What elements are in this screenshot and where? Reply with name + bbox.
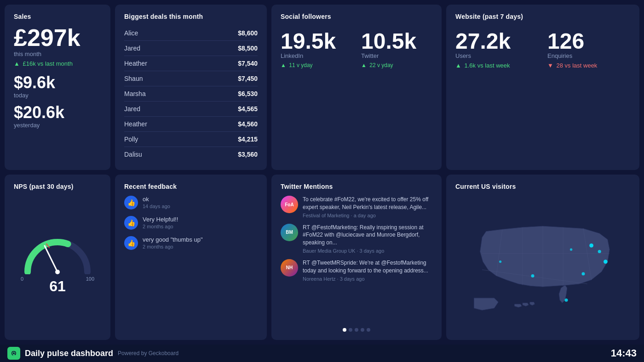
linkedin-value: 19.5k <box>281 30 352 52</box>
deal-name: Marsha <box>124 90 146 97</box>
tweet-meta: Noreena Hertz · 3 days ago <box>303 276 432 282</box>
deal-amount: $6,530 <box>238 90 258 97</box>
us-map-container <box>455 196 630 332</box>
linkedin-metric: 19.5k LinkedIn ▲ 11 v yday <box>281 30 352 68</box>
deal-name: Shaun <box>124 75 143 82</box>
deal-item: Jared$4,565 <box>124 102 258 117</box>
sales-yesterday-value: $20.6k <box>14 104 101 121</box>
twitter-change: ▲ 22 v yday <box>361 62 432 68</box>
svg-point-13 <box>581 272 585 275</box>
gauge-max: 100 <box>86 276 94 282</box>
linkedin-platform: LinkedIn <box>281 52 352 59</box>
linkedin-up-icon: ▲ <box>281 62 286 68</box>
gauge-svg <box>21 233 94 274</box>
tweet-avatar: BM <box>281 224 298 241</box>
enquiries-label: Enquiries <box>547 52 630 59</box>
feedback-text: ok <box>143 196 170 203</box>
deals-title: Biggest deals this month <box>124 13 258 20</box>
feedback-card: Recent feedback 👍 ok 14 days ago 👍 Very … <box>115 175 267 340</box>
deal-item: Heather$4,560 <box>124 117 258 132</box>
deals-list: Alice$8,600Jared$8,500Heather$7,540Shaun… <box>124 26 258 162</box>
feedback-time: 2 months ago <box>143 244 203 249</box>
twitter-value: 10.5k <box>361 30 432 52</box>
tweet-list: FoA To celebrate #FoM22, we're excited t… <box>281 196 432 325</box>
tweet-text: RT @TweetMRSpride: We're at @FestofMarke… <box>303 259 432 275</box>
pagination-dot[interactable] <box>361 328 364 332</box>
thumbs-up-icon: 👍 <box>124 216 138 230</box>
tweet-item: NH RT @TweetMRSpride: We're at @FestofMa… <box>281 259 432 282</box>
thumbs-up-icon: 👍 <box>124 236 138 250</box>
gauge-min: 0 <box>21 276 23 282</box>
tweet-avatar: FoA <box>281 196 298 213</box>
deal-item: Alice$8,600 <box>124 26 258 41</box>
deal-amount: $3,560 <box>238 151 258 158</box>
footer-time: 14:43 <box>611 347 637 359</box>
sales-title: Sales <box>14 13 101 20</box>
deal-item: Heather$7,540 <box>124 56 258 71</box>
deal-amount: $4,565 <box>238 105 258 113</box>
social-card: Social followers 19.5k LinkedIn ▲ 11 v y… <box>271 5 442 170</box>
deal-name: Jared <box>124 105 140 113</box>
svg-point-17 <box>565 299 568 302</box>
pagination-dot[interactable] <box>367 328 370 332</box>
thumbs-up-icon: 👍 <box>124 196 138 209</box>
tweet-text: RT @FestofMarketing: Really inspiring se… <box>303 224 432 247</box>
logo-icon <box>10 349 18 357</box>
deal-amount: $8,500 <box>238 45 258 52</box>
feedback-text: very good "thumbs up" <box>143 236 203 243</box>
feedback-item: 👍 very good "thumbs up" 2 months ago <box>124 236 258 250</box>
deal-item: Dalisu$3,560 <box>124 147 258 162</box>
website-card: Website (past 7 days) 27.2k Users ▲ 1.6k… <box>446 5 639 170</box>
sales-today-label: today <box>14 92 101 99</box>
tweet-avatar: NH <box>281 259 298 277</box>
social-title: Social followers <box>281 13 432 20</box>
sales-today-value: $9.6k <box>14 74 101 91</box>
tweet-content: RT @FestofMarketing: Really inspiring se… <box>303 224 432 254</box>
users-change: ▲ 1.6k vs last week <box>455 62 538 69</box>
nps-title: NPS (past 30 days) <box>14 183 101 190</box>
linkedin-change: ▲ 11 v yday <box>281 62 352 68</box>
tweet-content: RT @TweetMRSpride: We're at @FestofMarke… <box>303 259 432 282</box>
sales-vs-last-month: ▲ £16k vs last month <box>14 60 101 67</box>
deal-amount: $7,540 <box>238 60 258 67</box>
users-value: 27.2k <box>455 30 538 52</box>
sales-yesterday-label: yesterday <box>14 122 101 129</box>
twitter-mentions-card: Twitter Mentions FoA To celebrate #FoM22… <box>271 175 442 340</box>
enquiries-metric: 126 Enquiries ▼ 28 vs last week <box>547 30 630 69</box>
twitter-up-icon: ▲ <box>361 62 367 68</box>
deal-item: Polly$4,215 <box>124 132 258 147</box>
tweet-content: To celebrate #FoM22, we're excited to of… <box>303 196 432 218</box>
twitter-mentions-title: Twitter Mentions <box>281 183 432 190</box>
deal-name: Polly <box>124 136 138 143</box>
deal-name: Heather <box>124 60 147 67</box>
deal-item: Marsha$6,530 <box>124 86 258 102</box>
nps-card: NPS (past 30 days) 0 100 61 <box>5 175 110 340</box>
svg-point-11 <box>598 250 601 253</box>
deal-amount: $8,600 <box>238 29 258 37</box>
feedback-text: Very Helpful!! <box>143 216 178 223</box>
footer-powered: Powered by Geckoboard <box>118 350 178 356</box>
svg-point-1 <box>55 270 60 274</box>
footer-title: Daily pulse dashboard <box>25 349 113 358</box>
gauge-container: 0 100 61 <box>14 196 101 332</box>
pagination-dot[interactable] <box>349 328 352 332</box>
deal-name: Dalisu <box>124 151 142 158</box>
footer: Daily pulse dashboard Powered by Geckobo… <box>0 345 644 362</box>
svg-point-16 <box>499 260 501 263</box>
tweet-meta: Bauer Media Group UK · 3 days ago <box>303 248 432 254</box>
deal-amount: $7,450 <box>238 75 258 82</box>
feedback-item: 👍 ok 14 days ago <box>124 196 258 209</box>
tweet-item: BM RT @FestofMarketing: Really inspiring… <box>281 224 432 254</box>
feedback-item: 👍 Very Helpful!! 2 months ago <box>124 216 258 230</box>
tweet-pagination-dots <box>281 328 432 332</box>
pagination-dot[interactable] <box>355 328 358 332</box>
pagination-dot[interactable] <box>343 328 346 332</box>
sales-card: Sales £297k this month ▲ £16k vs last mo… <box>5 5 110 170</box>
feedback-title: Recent feedback <box>124 183 258 190</box>
deal-name: Jared <box>124 45 140 52</box>
feedback-time: 14 days ago <box>143 204 170 209</box>
sales-main-value: £297k <box>14 26 101 50</box>
deal-item: Jared$8,500 <box>124 41 258 56</box>
tweet-meta: Festival of Marketing · a day ago <box>303 213 432 218</box>
enquiries-value: 126 <box>547 30 630 52</box>
